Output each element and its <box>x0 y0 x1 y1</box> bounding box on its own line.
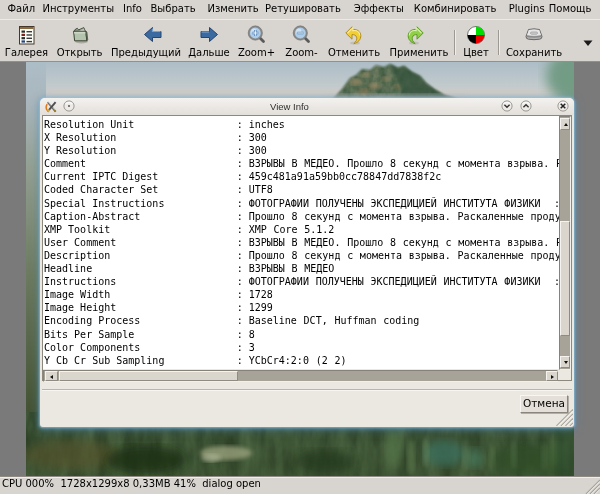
scroll-right-button[interactable] <box>546 371 558 381</box>
toolbar-label: Цвет <box>463 47 489 58</box>
metadata-value: ВЗРЫВЫ В МЕДЕО <box>249 263 335 274</box>
shade-down-button[interactable] <box>501 100 513 112</box>
window-menu-dot-icon <box>63 100 75 112</box>
menu-item-1[interactable]: Файл <box>8 3 36 14</box>
image-canvas[interactable]: View Info Resolution Unit : inchesX Reso… <box>0 62 600 477</box>
metadata-key: Special Instructions : <box>44 198 249 209</box>
scroll-left-button[interactable] <box>45 371 58 381</box>
horizontal-scrollbar[interactable] <box>43 370 558 382</box>
metadata-value: XMP Core 5.1.2 <box>249 224 335 235</box>
menu-item-4[interactable]: Выбрать <box>151 3 196 14</box>
toolbar-button-save[interactable]: Сохранить <box>494 23 574 61</box>
gallery-icon <box>16 24 38 46</box>
shade-up-button[interactable] <box>520 100 532 112</box>
metadata-value: 1299 <box>249 302 273 313</box>
metadata-row[interactable]: User Comment : ВЗРЫВЫ В МЕДЕО. Прошло 8 … <box>44 236 559 249</box>
status-state: dialog open <box>202 478 261 489</box>
metadata-value: 8 <box>249 329 255 340</box>
dialog-title: View Info <box>270 101 309 112</box>
metadata-value: 300 <box>249 145 267 156</box>
metadata-key: Comment : <box>44 158 249 169</box>
metadata-list[interactable]: Resolution Unit : inchesX Resolution : 3… <box>43 116 559 369</box>
menu-item-8[interactable]: Комбинировать <box>414 3 497 14</box>
horizontal-scroll-thumb[interactable] <box>59 371 238 381</box>
metadata-row[interactable]: Bits Per Sample : 8 <box>44 328 559 341</box>
menu-item-10[interactable]: Помощь <box>549 3 592 14</box>
dialog-titlebar[interactable]: View Info <box>40 98 574 115</box>
metadata-row[interactable]: X Resolution : 300 <box>44 131 559 144</box>
metadata-row[interactable]: Headline : ВЗРЫВЫ В МЕДЕО <box>44 262 559 275</box>
vertical-scrollbar[interactable] <box>559 116 571 370</box>
undo-icon <box>343 24 365 46</box>
metadata-row[interactable]: Current IPTC Digest : 459c481a91a59bb0cc… <box>44 170 559 183</box>
color-wheel-icon <box>465 24 487 46</box>
metadata-value: 1728 <box>249 289 273 300</box>
metadata-row[interactable]: Description : Прошло 8 секунд с момента … <box>44 249 559 262</box>
scroll-down-button[interactable] <box>560 356 570 368</box>
menu-item-5[interactable]: Изменить <box>208 3 259 14</box>
dropdown-arrow-icon <box>582 39 594 49</box>
toolbar-label: Сохранить <box>506 47 562 58</box>
metadata-value: 459c481a91a59bb0cc78847dd7838f2c <box>249 171 442 182</box>
metadata-value: ВЗРЫВЫ В МЕДЕО. Прошло 8 секунд с момент… <box>249 237 559 248</box>
metadata-value: ВЗРЫВЫ В МЕДЕО. Прошло 8 секунд с момент… <box>249 158 559 169</box>
app-tools-icon <box>45 101 58 113</box>
metadata-value: ФОТОГРАФИИ ПОЛУЧЕНЫ ЭКСПЕДИЦИЕЙ ИНСТИТУТ… <box>249 276 559 287</box>
status-image-info: 1728x1299x8 0,33MB 41% <box>60 478 195 489</box>
open-folder-icon <box>69 24 91 46</box>
metadata-row[interactable]: Image Height : 1299 <box>44 301 559 314</box>
metadata-value: YCbCr4:2:0 (2 2) <box>249 355 347 366</box>
metadata-row[interactable]: Special Instructions : ФОТОГРАФИИ ПОЛУЧЕ… <box>44 197 559 210</box>
status-cpu: CPU 000% <box>2 478 54 489</box>
metadata-key: XMP Toolkit : <box>44 224 249 235</box>
metadata-value: Прошло 8 секунд с момента взрыва. Раскал… <box>249 211 559 222</box>
toolbar-label: Zoom- <box>285 47 317 58</box>
metadata-key: User Comment : <box>44 237 249 248</box>
metadata-key: X Resolution : <box>44 132 249 143</box>
metadata-row[interactable]: Image Width : 1728 <box>44 288 559 301</box>
menu-item-2[interactable]: Инструменты <box>43 3 115 14</box>
zoom-out-icon <box>291 24 313 46</box>
window-menu-button[interactable] <box>63 100 75 112</box>
window-grip-icon <box>584 479 600 494</box>
menu-item-7[interactable]: Эффекты <box>354 3 404 14</box>
metadata-key: Y Resolution : <box>44 145 249 156</box>
metadata-row[interactable]: Y Resolution : 300 <box>44 144 559 157</box>
metadata-value: Baseline DCT, Huffman coding <box>249 315 420 326</box>
metadata-row[interactable]: Color Components : 3 <box>44 341 559 354</box>
close-button[interactable] <box>557 100 569 112</box>
metadata-key: Instructions : <box>44 276 249 287</box>
view-info-dialog: View Info Resolution Unit : inchesX Reso… <box>40 98 574 427</box>
scroll-up-button[interactable] <box>560 118 570 130</box>
metadata-key: Headline : <box>44 263 249 274</box>
metadata-row[interactable]: Instructions : ФОТОГРАФИИ ПОЛУЧЕНЫ ЭКСПЕ… <box>44 275 559 288</box>
status-bar: CPU 000% 1728x1299x8 0,33MB 41% dialog o… <box>0 477 600 494</box>
metadata-key: Y Cb Cr Sub Sampling : <box>44 355 249 366</box>
chevron-up-icon <box>520 100 532 112</box>
metadata-value: inches <box>249 119 285 130</box>
action-separator <box>42 389 572 391</box>
metadata-key: Image Width : <box>44 289 249 300</box>
metadata-row[interactable]: Comment : ВЗРЫВЫ В МЕДЕО. Прошло 8 секун… <box>44 157 559 170</box>
metadata-row[interactable]: XMP Toolkit : XMP Core 5.1.2 <box>44 223 559 236</box>
dialog-resize-grip[interactable] <box>556 409 573 426</box>
metadata-key: Description : <box>44 250 249 261</box>
metadata-row[interactable]: Caption-Abstract : Прошло 8 секунд с мом… <box>44 210 559 223</box>
metadata-key: Resolution Unit : <box>44 119 249 130</box>
toolbar-label: Отменить <box>328 47 380 58</box>
window-resize-grip[interactable] <box>584 479 600 494</box>
metadata-key: Encoding Process : <box>44 315 249 326</box>
menu-item-6[interactable]: Ретушировать <box>265 3 341 14</box>
metadata-row[interactable]: Resolution Unit : inches <box>44 118 559 131</box>
menu-item-9[interactable]: Plugins <box>509 3 545 14</box>
toolbar-overflow-button[interactable] <box>582 39 594 49</box>
menu-item-3[interactable]: Info <box>123 3 142 14</box>
save-icon <box>523 24 545 46</box>
metadata-key: Coded Character Set : <box>44 184 249 195</box>
metadata-row[interactable]: Encoding Process : Baseline DCT, Huffman… <box>44 314 559 327</box>
metadata-row[interactable]: Coded Character Set : UTF8 <box>44 183 559 196</box>
close-x-icon <box>557 100 569 112</box>
metadata-key: Current IPTC Digest : <box>44 171 249 182</box>
metadata-row[interactable]: Y Cb Cr Sub Sampling : YCbCr4:2:0 (2 2) <box>44 354 559 367</box>
vertical-scroll-thumb[interactable] <box>560 221 570 336</box>
